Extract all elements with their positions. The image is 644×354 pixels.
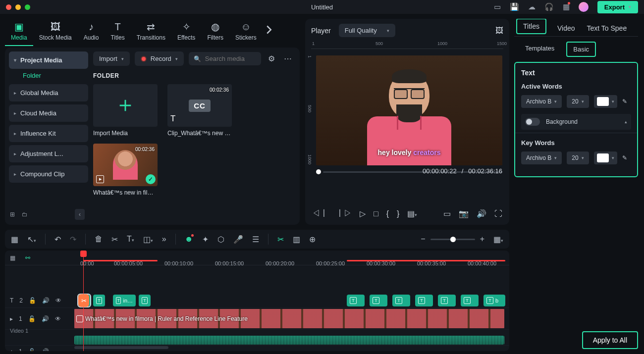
- save-icon[interactable]: 💾: [510, 2, 519, 11]
- track-visibility-icon[interactable]: 👁: [55, 297, 61, 304]
- cut-tool-icon[interactable]: ✂: [277, 235, 284, 244]
- eyedropper-icon[interactable]: ✎: [622, 154, 627, 161]
- grid-view-icon[interactable]: ▦: [11, 235, 18, 244]
- record-button[interactable]: Record▾: [135, 51, 184, 66]
- close-window-icon[interactable]: [6, 4, 11, 10]
- export-button[interactable]: Export ▾: [597, 1, 638, 13]
- track-mute-icon[interactable]: 🔊: [42, 297, 50, 304]
- title-clip[interactable]: T: [438, 295, 456, 306]
- video-clip[interactable]: Whatâ€™s new in filmora | Ruler and Refe…: [74, 309, 504, 328]
- timeline-corner-grid-icon[interactable]: ▦: [10, 254, 15, 261]
- group-icon[interactable]: ▥: [293, 235, 300, 244]
- chevron-up-icon[interactable]: ▴: [625, 119, 627, 124]
- tab-transitions[interactable]: ⇄ Transitions: [131, 19, 171, 45]
- caption-clip-tile[interactable]: 00:02:36 CC T Clip_Whatâ€™s new …: [167, 84, 232, 137]
- new-folder-icon[interactable]: 🗀: [22, 211, 28, 218]
- title-clip[interactable]: T: [461, 295, 479, 306]
- ai-tools-icon[interactable]: ☻: [185, 235, 193, 244]
- collapse-sidebar-button[interactable]: ‹: [75, 209, 85, 220]
- track-lock-icon[interactable]: 🔓: [29, 297, 36, 304]
- insert-icon[interactable]: ⊕: [309, 235, 316, 244]
- mark-in-button[interactable]: {: [386, 209, 389, 218]
- apply-to-all-button[interactable]: Apply to All: [582, 331, 638, 349]
- title-clip[interactable]: T: [347, 295, 365, 306]
- color-picker[interactable]: ▾: [594, 95, 617, 108]
- track-lock-icon[interactable]: 🔓: [28, 348, 36, 352]
- zoom-track[interactable]: [430, 239, 475, 240]
- ratio-button[interactable]: ▤▾: [407, 209, 417, 218]
- snapshot-icon[interactable]: 📷: [459, 209, 469, 218]
- search-input[interactable]: 🔍: [189, 52, 261, 65]
- scrollbar-thumb[interactable]: [74, 346, 168, 349]
- apps-icon[interactable]: ▦: [563, 2, 570, 11]
- player-settings-icon[interactable]: 🖼: [495, 26, 503, 35]
- zoom-in-icon[interactable]: +: [480, 235, 484, 244]
- timeline-scrollbar[interactable]: [74, 346, 504, 350]
- timeline-link-icon[interactable]: ⚯: [25, 254, 30, 261]
- title-clip[interactable]: T: [415, 295, 433, 306]
- props-tab-tts[interactable]: Text To Spee: [586, 20, 628, 36]
- timeline-view-icon[interactable]: ▦▾: [493, 235, 503, 244]
- razor-handle[interactable]: ✂: [78, 294, 89, 307]
- fullscreen-icon[interactable]: ⛶: [494, 209, 502, 218]
- import-media-tile[interactable]: Import Media: [93, 84, 158, 137]
- track-mute-icon[interactable]: 🔊: [42, 315, 49, 322]
- font-dropdown[interactable]: Archivo B▾: [521, 95, 562, 108]
- tab-stickers[interactable]: ☺ Stickers: [229, 19, 263, 45]
- subtab-templates[interactable]: Templates: [519, 42, 560, 57]
- sidebar-item-adjustment-layer[interactable]: ▸Adjustment L...: [9, 145, 88, 162]
- zoom-out-icon[interactable]: −: [421, 235, 425, 244]
- title-clip[interactable]: T: [370, 295, 387, 306]
- sidebar-item-global-media[interactable]: ▸Global Media: [9, 84, 88, 101]
- filter-icon[interactable]: ⚙: [266, 52, 277, 65]
- import-button[interactable]: Import▾: [93, 51, 130, 66]
- compare-view-icon[interactable]: ▭: [443, 209, 451, 218]
- add-text-icon[interactable]: T▾: [127, 235, 134, 244]
- minimize-window-icon[interactable]: [15, 4, 21, 10]
- audio-waveform[interactable]: [74, 336, 504, 345]
- stop-button[interactable]: □: [374, 209, 378, 218]
- sidebar-item-compound-clip[interactable]: ▸Compound Clip: [9, 165, 88, 183]
- more-icon[interactable]: ⋯: [282, 52, 294, 65]
- mic-icon[interactable]: 🎤: [233, 235, 243, 244]
- eyedropper-icon[interactable]: ✎: [622, 98, 627, 105]
- delete-icon[interactable]: 🗑: [95, 235, 103, 244]
- player-quality-dropdown[interactable]: Full Quality▾: [339, 24, 395, 37]
- sidebar-item-folder[interactable]: Folder: [9, 72, 88, 79]
- panel-layout-icon[interactable]: ▭: [494, 2, 501, 11]
- step-back-button[interactable]: 〡▷: [336, 208, 352, 219]
- cloud-upload-icon[interactable]: ☁: [528, 2, 536, 11]
- crop-icon[interactable]: ◫▾: [143, 235, 153, 244]
- title-clip[interactable]: Tb: [483, 295, 505, 306]
- size-dropdown[interactable]: 20▾: [567, 95, 589, 108]
- title-clip[interactable]: Tin…: [113, 295, 136, 306]
- tab-titles[interactable]: T Titles: [105, 19, 130, 45]
- sidebar-item-cloud-media[interactable]: ▸Cloud Media: [9, 104, 88, 122]
- props-tab-titles[interactable]: Titles: [516, 19, 546, 34]
- background-toggle[interactable]: [525, 118, 540, 126]
- undo-icon[interactable]: ↶: [54, 235, 61, 244]
- redo-icon[interactable]: ↷: [70, 235, 76, 244]
- more-tools-icon[interactable]: »: [162, 235, 166, 244]
- track-mute-icon[interactable]: 🔊: [42, 348, 49, 352]
- title-clip[interactable]: T: [93, 295, 105, 306]
- split-icon[interactable]: ✂: [111, 235, 118, 244]
- tab-filters[interactable]: ◍ Filters: [201, 19, 229, 45]
- user-avatar-icon[interactable]: [579, 2, 589, 12]
- tabs-overflow-button[interactable]: [263, 19, 275, 45]
- play-button[interactable]: ▷: [360, 209, 366, 218]
- track-visibility-icon[interactable]: 👁: [55, 315, 61, 322]
- search-field[interactable]: [205, 55, 256, 62]
- subtab-basic[interactable]: Basic: [566, 42, 596, 57]
- pointer-tool-icon[interactable]: ↖▾: [27, 235, 36, 244]
- sparkle-icon[interactable]: ✦: [202, 235, 209, 244]
- mark-out-button[interactable]: }: [397, 209, 399, 218]
- tab-media[interactable]: ▣ Media: [5, 19, 33, 46]
- color-picker-kw[interactable]: ▾: [594, 152, 617, 164]
- prev-frame-button[interactable]: ◁〡: [312, 208, 328, 219]
- sidebar-item-influence-kit[interactable]: ▸Influence Kit: [9, 125, 88, 142]
- new-bin-icon[interactable]: ⊞: [10, 211, 15, 218]
- tab-effects[interactable]: ✧ Effects: [171, 19, 201, 45]
- title-clip[interactable]: T: [392, 295, 410, 306]
- props-tab-video[interactable]: Video: [556, 20, 576, 36]
